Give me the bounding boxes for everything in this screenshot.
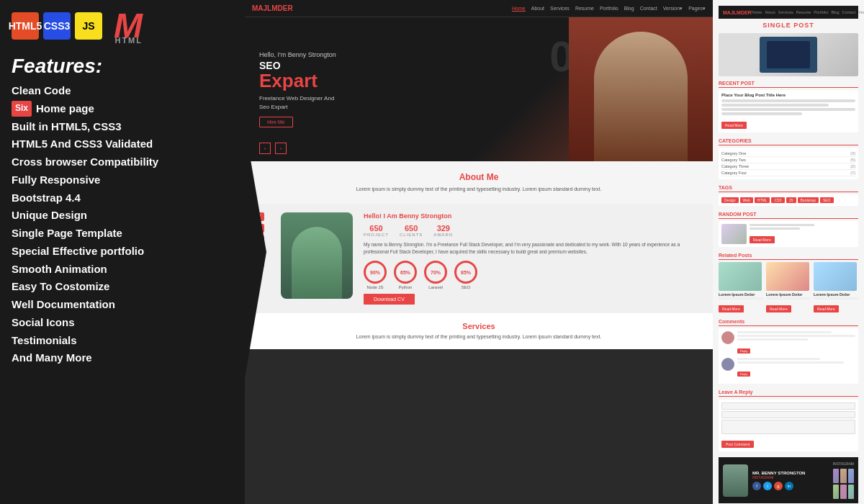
rp-facebook-btn[interactable]: f — [752, 482, 761, 490]
nav-link-version[interactable]: Version▾ — [663, 6, 683, 12]
tag-seo[interactable]: SEO — [820, 197, 834, 203]
rp-related-line-2 — [766, 297, 811, 300]
nav-link-blog[interactable]: Blog — [624, 6, 634, 12]
hire-me-button[interactable]: Hire Me — [259, 117, 293, 127]
rp-comment-line-5 — [737, 361, 844, 364]
laravel-circle: 70% — [424, 261, 447, 284]
rp-bottom-section: MR. BENNY STRONGTON INSTAGRAM f t g in I… — [719, 457, 858, 503]
rp-twitter-btn[interactable]: t — [763, 482, 772, 490]
feature-single-page: Single Page Template — [12, 225, 233, 243]
rp-reply-btn-2[interactable]: Reply — [737, 372, 750, 377]
tag-css[interactable]: CSS — [771, 197, 784, 203]
rp-read-more-btn[interactable]: Read More — [721, 122, 747, 129]
features-title: Features: — [12, 55, 233, 78]
nav-link-pages[interactable]: Pages▾ — [688, 6, 706, 12]
rp-random-post-title: RANDOM POST — [719, 212, 858, 219]
about-person-figure — [292, 227, 342, 299]
rp-post-block: Place Your Blog Post Title Here Read Mor… — [719, 90, 858, 132]
rp-nav-portfolio[interactable]: Portfolio — [814, 10, 828, 14]
rp-related-read-2[interactable]: Read More — [766, 305, 791, 312]
html5-icon: HTML5 — [12, 12, 39, 40]
rp-comment-line-3 — [737, 338, 808, 341]
feature-bootstrap: Bootstrap 4.4 — [12, 189, 233, 207]
rp-recent-post-title: RECENT POST — [719, 81, 858, 88]
skill-python: 65% Python — [394, 261, 417, 289]
rp-grid-2 — [840, 469, 846, 483]
rp-post-comment-button[interactable]: Post Comment — [721, 441, 754, 448]
nav-link-contact[interactable]: Contact — [640, 6, 657, 12]
rp-related-title-2: Lorem Ipsum Dolor — [766, 292, 811, 297]
rp-leave-reply-section: Leave A Reply Post Comment — [719, 390, 858, 451]
nav-link-home[interactable]: Home — [512, 6, 526, 12]
skill-laravel: 70% Laravel — [424, 261, 447, 289]
rp-comment-line-1 — [737, 331, 832, 333]
rp-cat-2: Category Two (5) — [721, 157, 855, 163]
rp-grid-5 — [840, 485, 846, 499]
tag-html[interactable]: HTML — [755, 197, 770, 203]
rp-categories-list: Category One (3) Category Two (5) Catego… — [719, 148, 858, 179]
about-subtitle: Lorem ipsum is simply dummy text of the … — [259, 186, 698, 193]
skill-nodejs: 90% Node JS — [364, 261, 387, 289]
stat-project: 650 PROJECT — [364, 224, 389, 237]
rp-comments-section: Comments Reply — [719, 319, 858, 384]
rp-random-line-2 — [750, 228, 800, 230]
hero-greeting: Hello, I'm Benny Strongton — [259, 51, 336, 58]
feature-docs: Well Documentation — [12, 296, 233, 314]
rp-instagram-label: INSTAGRAM — [833, 462, 854, 466]
rp-related-line-3 — [814, 297, 858, 300]
rp-categories-section: CATEGORIES Category One (3) Category Two… — [719, 138, 858, 179]
rp-comment-body-1: Reply — [737, 331, 855, 355]
rp-nav-contact[interactable]: Contact — [842, 10, 856, 14]
about-info: Hello! I Am Benny Strongton 650 PROJECT … — [364, 212, 702, 305]
rp-nav-services[interactable]: Services — [778, 10, 793, 14]
rp-comment-line-4 — [737, 358, 820, 360]
tag-web[interactable]: Web — [740, 197, 753, 203]
tag-js[interactable]: JS — [786, 197, 796, 203]
rp-cat-1-count: (3) — [850, 151, 855, 156]
next-arrow[interactable]: › — [275, 143, 287, 154]
rp-reply-form: Post Comment — [719, 400, 858, 451]
rp-author-role: INSTAGRAM — [752, 475, 829, 480]
stats-row: 650 PROJECT 650 CLIENTS 329 AWARD — [364, 224, 702, 237]
rp-google-btn[interactable]: g — [774, 482, 783, 490]
rp-page-title: SINGLE POST — [719, 22, 858, 29]
rp-related-title-3: Lorem Ipsum Dolor — [814, 292, 858, 297]
rp-related-read-1[interactable]: Read More — [719, 305, 744, 312]
css3-icon: CSS3 — [43, 12, 71, 40]
rp-comments-title: Comments — [719, 319, 858, 326]
rp-nav-resume[interactable]: Resume — [796, 10, 811, 14]
rp-bottom-social-icons: f t g in — [752, 482, 829, 490]
nav-link-resume[interactable]: Resume — [575, 6, 594, 12]
rp-nav-home[interactable]: Home — [752, 10, 762, 14]
prev-arrow[interactable]: ‹ — [259, 143, 271, 154]
right-panel: MAJLMDER Home About Services Resume Port… — [713, 0, 864, 504]
rp-grid-thumbs — [833, 469, 854, 499]
nav-link-about[interactable]: About — [531, 6, 544, 12]
rp-reply-btn-1[interactable]: Reply — [737, 348, 750, 354]
about-person-image — [281, 212, 353, 299]
rp-nav-about[interactable]: About — [765, 10, 775, 14]
rp-email-input[interactable] — [721, 411, 855, 418]
rp-text-4 — [721, 112, 802, 115]
rp-nav-blog[interactable]: Blog — [831, 10, 839, 14]
tag-bootstrap[interactable]: Bootstrap — [798, 197, 819, 203]
rp-nav-version[interactable]: Version — [858, 10, 864, 14]
rp-message-input[interactable] — [721, 420, 855, 434]
rp-text-2 — [721, 104, 829, 107]
rp-cat-3-count: (2) — [850, 164, 855, 168]
six-badge: Six — [12, 101, 32, 117]
rp-name-input[interactable] — [721, 402, 855, 410]
rp-related-thumb-3 — [814, 262, 857, 291]
nodejs-circle: 90% — [364, 261, 387, 284]
rp-text-1 — [721, 99, 855, 102]
feature-cross-browser: Cross browser Compatibility — [12, 153, 233, 171]
nav-link-portfolio[interactable]: Portfolio — [600, 6, 618, 12]
rp-related-read-3[interactable]: Read More — [814, 305, 839, 312]
rp-random-read-more[interactable]: Read More — [750, 236, 775, 243]
hero-name: Expart — [259, 71, 336, 90]
download-cv-button[interactable]: Download CV — [364, 294, 415, 305]
nav-link-services[interactable]: Services — [550, 6, 570, 12]
rp-linkedin-btn[interactable]: in — [785, 482, 793, 490]
tag-design[interactable]: Design — [721, 197, 739, 203]
stat-award-num: 329 — [433, 224, 453, 233]
